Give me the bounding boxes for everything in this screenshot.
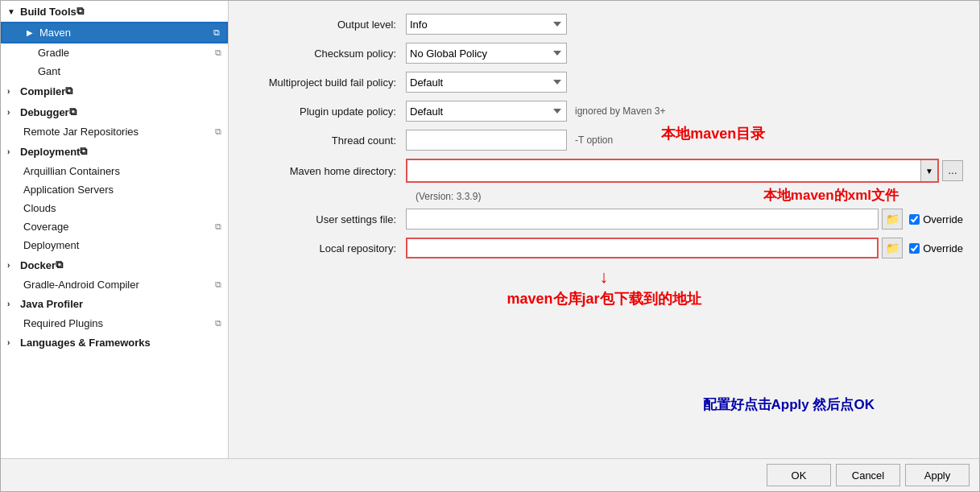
copy-icon-coverage: ⧉ [215,221,221,232]
dialog-footer: OK Cancel Apply [1,458,979,491]
plugin-select[interactable]: Default Always Never Interval [406,101,567,122]
sidebar-item-gradle-android[interactable]: Gradle-Android Compiler ⧉ [1,275,228,294]
local-repo-input[interactable]: E:\apache-maven-3.3.9\repository [406,238,879,258]
sidebar-item-deployment2[interactable]: Deployment [1,236,228,254]
sidebar-label-remote-jar: Remote Jar Repositories [23,126,212,138]
plugin-row: Plugin update policy: Default Always Nev… [245,101,963,122]
sidebar-item-maven[interactable]: ▶ Maven ⧉ [1,22,228,43]
copy-icon-build-tools: ⧉ [76,5,84,18]
expand-arrow-java-profiler: › [7,300,17,308]
sidebar-label-docker: Docker [20,259,56,271]
expand-arrow-languages: › [7,338,17,347]
user-settings-override-label: Override [923,213,963,225]
maven-home-browse-btn[interactable]: … [942,160,963,181]
sidebar-item-arquillian[interactable]: Arquillian Containers [1,162,228,180]
user-settings-input[interactable]: E:\apache-maven-3.3.9\conf\settings.xml [406,209,879,229]
output-level-select[interactable]: Info Debug Quiet [406,14,567,35]
expand-arrow-maven: ▶ [27,28,36,37]
user-settings-browse-btn[interactable]: 📁 [882,209,903,229]
sidebar-label-debugger: Debugger [20,106,69,118]
maven-home-dropdown-btn[interactable]: ▼ [920,160,937,181]
expand-arrow-build-tools: ▼ [7,7,17,16]
cancel-button[interactable]: Cancel [836,464,900,486]
sidebar-item-build-tools[interactable]: ▼ Build Tools ⧉ [1,1,228,22]
copy-icon-maven: ⧉ [213,27,220,38]
sidebar-item-compiler[interactable]: › Compiler ⧉ [1,81,228,101]
multiproject-control: Default Fail At End Fail Fast Never Fail [406,72,963,93]
thread-row: Thread count: -T option 本地maven目录 [245,130,963,151]
main-content: Output level: Info Debug Quiet Checksum … [229,1,979,458]
local-repo-row: Local repository: E:\apache-maven-3.3.9\… [245,238,963,258]
copy-icon-required-plugins: ⧉ [215,318,221,329]
plugin-hint: ignored by Maven 3+ [575,105,665,117]
sidebar-item-app-servers[interactable]: Application Servers [1,180,228,199]
sidebar: ▼ Build Tools ⧉ ▶ Maven ⧉ Gradle ⧉ Gant [1,1,229,458]
dialog-body: ▼ Build Tools ⧉ ▶ Maven ⧉ Gradle ⧉ Gant [1,1,979,458]
maven-jar-annotation-area: ↓ maven仓库jar包下载到的地址 [245,267,963,308]
sidebar-item-clouds[interactable]: Clouds [1,199,228,217]
expand-arrow-compiler: › [7,87,17,96]
thread-input[interactable] [406,130,567,151]
copy-icon-compiler: ⧉ [65,85,72,97]
sidebar-item-required-plugins[interactable]: Required Plugins ⧉ [1,314,228,333]
sidebar-item-java-profiler[interactable]: › Java Profiler [1,294,228,314]
copy-icon-gradle: ⧉ [215,48,221,58]
copy-icon-deployment-cat: ⧉ [80,145,87,158]
local-repo-browse-btn[interactable]: 📁 [882,238,903,258]
sidebar-item-deployment-cat[interactable]: › Deployment ⧉ [1,141,228,162]
sidebar-label-deployment-cat: Deployment [20,146,80,158]
thread-hint: -T option [575,134,613,146]
sidebar-item-debugger[interactable]: › Debugger ⧉ [1,101,228,122]
thread-control: -T option 本地maven目录 [406,130,963,151]
sidebar-label-languages: Languages & Frameworks [20,337,151,349]
user-settings-row: User settings file: E:\apache-maven-3.3.… [245,209,963,229]
maven-jar-annotation-inner: ↓ maven仓库jar包下载到的地址 [507,267,701,308]
sidebar-item-coverage[interactable]: Coverage ⧉ [1,217,228,236]
user-settings-override-checkbox[interactable] [909,214,920,225]
output-level-control: Info Debug Quiet [406,14,963,35]
sidebar-label-gant: Gant [38,65,221,77]
sidebar-item-docker[interactable]: › Docker ⧉ [1,254,228,275]
sidebar-label-gradle: Gradle [38,47,212,59]
apply-button[interactable]: Apply [905,464,970,486]
multiproject-label: Multiproject build fail policy: [245,76,406,89]
sidebar-label-build-tools: Build Tools [20,6,76,18]
sidebar-item-gradle[interactable]: Gradle ⧉ [1,43,228,62]
maven-jar-label: maven仓库jar包下载到的地址 [507,289,701,308]
local-repo-override-label: Override [923,242,963,254]
local-repo-override-checkbox[interactable] [909,243,920,254]
user-settings-control: E:\apache-maven-3.3.9\conf\settings.xml … [406,209,963,229]
sidebar-item-remote-jar[interactable]: Remote Jar Repositories ⧉ [1,122,228,141]
sidebar-label-arquillian: Arquillian Containers [23,165,221,177]
copy-icon-gradle-android: ⧉ [215,279,221,290]
annotation-local-maven-dir: 本地maven目录 [661,124,765,143]
sidebar-label-maven: Maven [39,27,210,39]
checksum-control: No Global Policy Fail Warn Ignore [406,43,963,64]
multiproject-select[interactable]: Default Fail At End Fail Fast Never Fail [406,72,567,93]
sidebar-label-compiler: Compiler [20,85,65,97]
expand-arrow-debugger: › [7,108,17,117]
maven-home-label: Maven home directory: [245,165,406,177]
sidebar-item-gant[interactable]: Gant [1,62,228,81]
checksum-select[interactable]: No Global Policy Fail Warn Ignore [406,43,567,64]
maven-jar-annotation: ↓ maven仓库jar包下载到的地址 [245,267,963,308]
annotation-local-xml: 本地maven的xml文件 [763,186,899,205]
checksum-row: Checksum policy: No Global Policy Fail W… [245,43,963,64]
output-level-label: Output level: [245,19,406,31]
maven-home-row: Maven home directory: E:/apache-maven-3.… [245,159,963,183]
sidebar-label-deployment2: Deployment [23,239,221,251]
plugin-control: Default Always Never Interval ignored by… [406,101,963,122]
local-repo-override: Override [909,242,963,254]
expand-arrow-docker: › [7,261,17,270]
sidebar-item-languages[interactable]: › Languages & Frameworks [1,333,228,353]
maven-home-control: E:/apache-maven-3.3.9 ▼ … [406,159,963,183]
output-level-row: Output level: Info Debug Quiet [245,14,963,35]
copy-icon-remote-jar: ⧉ [215,126,221,137]
maven-home-input[interactable]: E:/apache-maven-3.3.9 [407,160,920,181]
expand-arrow-deployment: › [7,147,17,156]
sidebar-label-gradle-android: Gradle-Android Compiler [23,279,212,291]
plugin-label: Plugin update policy: [245,105,406,118]
local-repo-label: Local repository: [245,242,406,254]
arrow-down-icon: ↓ [600,267,609,287]
ok-button[interactable]: OK [767,464,831,486]
